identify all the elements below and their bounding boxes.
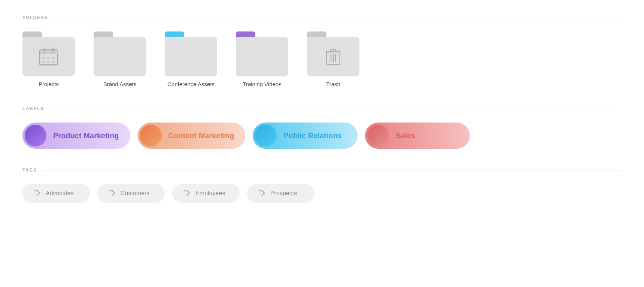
tags-label: TAGS <box>22 167 37 173</box>
folder-training-videos[interactable]: Training Videos <box>236 31 288 87</box>
label-text-sales: Sales <box>396 132 415 140</box>
folder-name-trash: Trash <box>326 81 340 87</box>
tag-employees[interactable]: Employees <box>172 184 240 203</box>
tag-name-employees: Employees <box>195 190 225 197</box>
folder-body <box>22 37 75 76</box>
folder-icon-conference-assets <box>165 31 217 76</box>
tags-grid: Advocates Customers Employees Prospects <box>22 184 622 203</box>
folder-name-conference-assets: Conference Assets <box>167 81 215 87</box>
tag-name-advocates: Advocates <box>46 190 74 197</box>
svg-rect-6 <box>52 57 55 59</box>
tag-icon-employees <box>183 189 191 197</box>
folder-conference-assets[interactable]: Conference Assets <box>165 31 217 87</box>
folder-icon-training-videos <box>236 31 288 76</box>
folder-body <box>236 37 288 76</box>
folder-body <box>165 37 217 76</box>
folder-icon-brand-assets <box>94 31 146 76</box>
labels-section: LABELS Product Marketing Content Marketi… <box>22 106 622 149</box>
label-text-public-relations: Public Relations <box>283 132 342 140</box>
folders-grid: Projects Brand Assets Conference Assets <box>22 31 622 87</box>
labels-label: LABELS <box>22 106 44 111</box>
trash-icon <box>326 48 340 65</box>
tag-name-prospects: Prospects <box>270 190 297 197</box>
svg-rect-8 <box>47 61 50 63</box>
label-content-marketing[interactable]: Content Marketing <box>138 123 246 149</box>
svg-rect-1 <box>40 50 58 54</box>
folder-body <box>307 37 359 76</box>
folder-trash[interactable]: Trash <box>307 31 359 87</box>
svg-rect-4 <box>42 57 45 59</box>
folder-name-training-videos: Training Videos <box>243 81 281 87</box>
folder-brand-assets[interactable]: Brand Assets <box>94 31 146 87</box>
label-product-marketing[interactable]: Product Marketing <box>22 123 130 149</box>
tag-icon-prospects <box>258 189 266 197</box>
tags-header: TAGS <box>22 167 622 173</box>
label-circle-product-marketing <box>25 125 46 146</box>
folder-name-projects: Projects <box>39 81 59 87</box>
folder-projects[interactable]: Projects <box>22 31 75 87</box>
folder-icon-trash <box>307 31 359 76</box>
labels-grid: Product Marketing Content Marketing Publ… <box>22 123 622 149</box>
label-sales[interactable]: Sales <box>365 123 470 149</box>
folder-icon-projects <box>22 31 75 76</box>
folders-label: FOLDERS <box>22 15 48 20</box>
label-circle-content-marketing <box>140 125 162 146</box>
folders-header: FOLDERS <box>22 15 622 20</box>
tag-icon-advocates <box>33 189 41 197</box>
tag-name-customers: Customers <box>121 190 149 197</box>
tag-customers[interactable]: Customers <box>97 184 165 203</box>
folders-section: FOLDERS <box>22 15 622 87</box>
svg-rect-9 <box>52 61 55 63</box>
label-text-content-marketing: Content Marketing <box>168 132 234 140</box>
label-circle-sales <box>367 125 389 146</box>
labels-header: LABELS <box>22 106 622 111</box>
svg-rect-12 <box>331 49 336 52</box>
label-text-product-marketing: Product Marketing <box>53 132 119 140</box>
svg-rect-5 <box>47 57 50 59</box>
tag-icon-customers <box>108 189 116 197</box>
folder-body <box>94 37 146 76</box>
folder-name-brand-assets: Brand Assets <box>103 81 136 87</box>
calendar-icon <box>39 48 58 66</box>
tags-section: TAGS Advocates Customers Employees Pros <box>22 167 622 203</box>
tag-prospects[interactable]: Prospects <box>247 184 315 203</box>
label-public-relations[interactable]: Public Relations <box>253 123 358 149</box>
tag-advocates[interactable]: Advocates <box>22 184 90 203</box>
svg-rect-7 <box>42 61 45 63</box>
label-circle-public-relations <box>255 125 277 146</box>
